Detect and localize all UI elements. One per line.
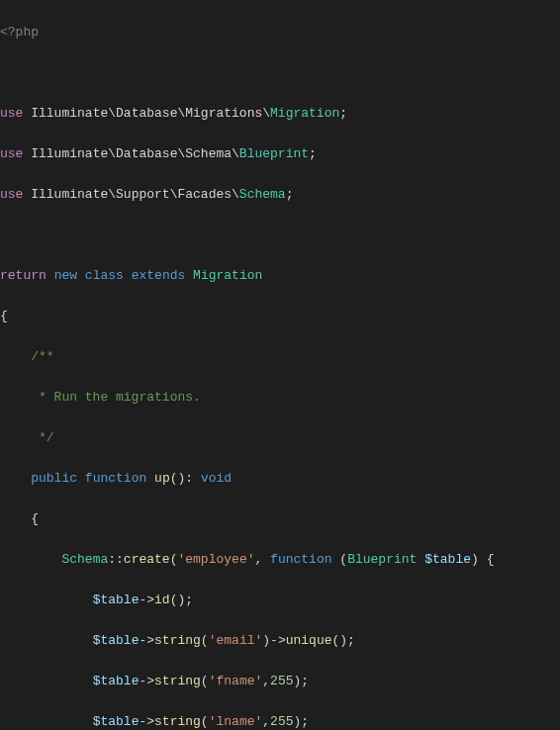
- public-keyword: public: [31, 471, 77, 486]
- blank-line: [0, 63, 560, 84]
- new-keyword: new: [54, 268, 77, 283]
- void-type: void: [201, 471, 232, 486]
- variable: $table: [424, 552, 471, 567]
- variable: $table: [93, 633, 140, 648]
- class-name: Blueprint: [239, 146, 309, 161]
- class-name: Migration: [193, 268, 262, 283]
- variable: $table: [93, 593, 140, 607]
- extends-keyword: extends: [132, 268, 186, 283]
- use-keyword: use: [0, 146, 23, 161]
- variable: $table: [93, 674, 140, 688]
- class-keyword: class: [85, 268, 124, 283]
- docblock-line: * Run the migrations.: [0, 390, 201, 405]
- method-call: create: [124, 552, 170, 567]
- method-call: id: [154, 593, 170, 607]
- docblock: /**: [31, 349, 53, 364]
- number-literal: 255: [270, 714, 293, 729]
- namespace-text: Illuminate\Database\Migrations\: [31, 106, 270, 121]
- method-call: string: [154, 674, 201, 688]
- class-name: Schema: [239, 187, 286, 202]
- method-name: up: [154, 471, 170, 486]
- code-editor-content[interactable]: <?php use Illuminate\Database\Migrations…: [0, 2, 560, 730]
- php-open-tag: <?php: [0, 25, 39, 40]
- method-call: string: [154, 714, 201, 729]
- use-keyword: use: [0, 106, 23, 121]
- method-call: string: [154, 633, 201, 648]
- brace: {: [31, 511, 39, 526]
- type-hint: Blueprint: [347, 552, 417, 567]
- string-literal: 'email': [209, 633, 263, 648]
- function-keyword: function: [85, 471, 146, 486]
- schema-class: Schema: [61, 552, 108, 567]
- string-literal: 'lname': [209, 714, 263, 729]
- method-call: unique: [286, 633, 332, 648]
- blank-line: [0, 226, 560, 246]
- namespace-text: Illuminate\Database\Schema\: [31, 146, 239, 161]
- return-keyword: return: [0, 268, 47, 283]
- string-literal: 'employee': [177, 552, 254, 567]
- namespace-text: Illuminate\Support\Facades\: [31, 187, 239, 202]
- docblock-close: */: [0, 430, 54, 445]
- use-keyword: use: [0, 187, 23, 202]
- brace: {: [0, 309, 8, 323]
- function-keyword: function: [270, 552, 331, 567]
- number-literal: 255: [270, 674, 293, 688]
- variable: $table: [93, 714, 140, 729]
- class-name: Migration: [270, 106, 339, 121]
- string-literal: 'fname': [209, 674, 263, 688]
